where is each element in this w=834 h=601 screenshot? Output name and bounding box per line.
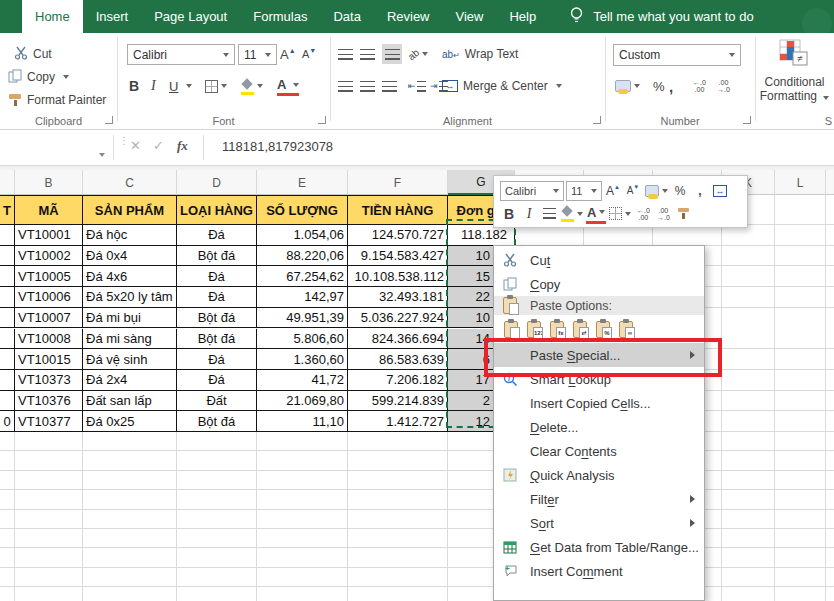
cell-type[interactable]: Đá bbox=[177, 225, 257, 246]
formula-bar-resizer[interactable]: ⋮ bbox=[119, 138, 122, 158]
cell-qty[interactable]: 41,72 bbox=[257, 370, 348, 391]
cell-product[interactable]: Đá mi bụi bbox=[83, 308, 177, 329]
tab-formulas[interactable]: Formulas bbox=[240, 0, 320, 33]
cell-type[interactable]: Bột đá bbox=[177, 308, 257, 329]
cell-ma[interactable]: VT10376 bbox=[15, 391, 83, 412]
cell-type[interactable]: Đá bbox=[177, 370, 257, 391]
cell-a[interactable] bbox=[0, 329, 15, 350]
alignment-dialog-launcher[interactable] bbox=[593, 116, 601, 124]
merge-center-button[interactable]: ↔ Merge & Center bbox=[442, 76, 562, 96]
cell-a[interactable] bbox=[0, 308, 15, 329]
menu-item-cut[interactable]: Cut bbox=[494, 248, 704, 272]
cell-product[interactable]: Đá 0x25 bbox=[83, 411, 177, 432]
mini-font-color-icon[interactable]: A bbox=[586, 204, 606, 224]
menu-item-get-data-from-table-range[interactable]: Get Data from Table/Range... bbox=[494, 535, 704, 559]
tab-view[interactable]: View bbox=[443, 0, 497, 33]
cell-ma[interactable]: VT10002 bbox=[15, 246, 83, 267]
mini-borders-icon[interactable] bbox=[608, 204, 632, 224]
cut-button[interactable]: Cut bbox=[14, 44, 52, 64]
cell-ma[interactable]: VT10373 bbox=[15, 370, 83, 391]
column-header-E[interactable]: E bbox=[257, 170, 348, 195]
cell-ma[interactable]: VT10008 bbox=[15, 329, 83, 350]
paste-option-transpose-icon[interactable]: ⇄ bbox=[573, 321, 587, 338]
cell-amount[interactable]: 5.036.227.924 bbox=[348, 308, 448, 329]
menu-item-insert-copied-cells[interactable]: Insert Copied Cells... bbox=[494, 391, 704, 415]
align-right-icon[interactable] bbox=[382, 76, 397, 96]
comma-style-button[interactable]: , bbox=[669, 76, 673, 96]
cell-qty[interactable]: 67.254,62 bbox=[257, 266, 348, 287]
header-cell[interactable]: LOẠI HÀNG bbox=[177, 195, 257, 225]
align-left-icon[interactable] bbox=[338, 76, 353, 96]
cell-ma[interactable]: VT10007 bbox=[15, 308, 83, 329]
cell-a[interactable] bbox=[0, 391, 15, 412]
cell-amount[interactable]: 32.493.181 bbox=[348, 287, 448, 308]
insert-function-icon[interactable]: fx bbox=[177, 138, 188, 154]
clipboard-dialog-launcher[interactable] bbox=[105, 116, 113, 124]
paste-option-values-icon[interactable]: 123 bbox=[527, 321, 541, 338]
font-dialog-launcher[interactable] bbox=[318, 116, 326, 124]
column-header-B[interactable]: B bbox=[15, 170, 83, 195]
cancel-icon[interactable]: ✕ bbox=[130, 138, 141, 153]
cell-amount[interactable]: 7.206.182 bbox=[348, 370, 448, 391]
column-header-hidden[interactable] bbox=[0, 170, 15, 195]
tell-me-box[interactable]: Tell me what you want to do bbox=[569, 0, 753, 33]
menu-item-copy[interactable]: Copy bbox=[494, 272, 704, 296]
cell-a[interactable] bbox=[0, 266, 15, 287]
menu-item-delete[interactable]: Delete... bbox=[494, 415, 704, 439]
mini-increase-font-icon[interactable]: A▲ bbox=[604, 181, 622, 201]
mini-decrease-decimal-icon[interactable]: .00→.0 bbox=[654, 204, 672, 224]
paste-option-link-icon[interactable]: ∞ bbox=[619, 321, 633, 338]
mini-bold-button[interactable]: B bbox=[500, 204, 518, 224]
paste-option-paste-icon[interactable] bbox=[504, 321, 518, 338]
cell-type[interactable]: Đá bbox=[177, 349, 257, 370]
mini-format-painter-icon[interactable] bbox=[674, 204, 692, 224]
cell-amount[interactable]: 10.108.538.112 bbox=[348, 266, 448, 287]
tab-data[interactable]: Data bbox=[320, 0, 373, 33]
cell-amount[interactable]: 124.570.727 bbox=[348, 225, 448, 246]
tab-insert[interactable]: Insert bbox=[83, 0, 142, 33]
paste-option-formulas-icon[interactable]: fx bbox=[550, 321, 564, 338]
cell-ma[interactable]: VT10015 bbox=[15, 349, 83, 370]
cell-type[interactable]: Đá bbox=[177, 287, 257, 308]
cell-type[interactable]: Bột đá bbox=[177, 246, 257, 267]
enter-icon[interactable]: ✓ bbox=[153, 138, 164, 153]
cell-a[interactable] bbox=[0, 370, 15, 391]
cell-amount[interactable]: 599.214.839 bbox=[348, 391, 448, 412]
underline-button[interactable]: U bbox=[169, 76, 178, 96]
number-format-combo[interactable]: Custom bbox=[613, 44, 741, 66]
cell-product[interactable]: Đá 4x6 bbox=[83, 266, 177, 287]
mini-percent-icon[interactable]: % bbox=[671, 181, 689, 201]
align-middle-icon[interactable] bbox=[360, 44, 375, 64]
cell-amount[interactable]: 86.583.639 bbox=[348, 349, 448, 370]
italic-button[interactable]: I bbox=[151, 76, 156, 96]
cell-qty[interactable]: 1.054,06 bbox=[257, 225, 348, 246]
bold-button[interactable]: B bbox=[129, 76, 139, 96]
conditional-formatting-button[interactable]: Conditional Formatting bbox=[755, 75, 834, 103]
font-color-button[interactable]: A bbox=[277, 76, 299, 96]
underline-dropdown[interactable] bbox=[183, 76, 192, 96]
wrap-text-button[interactable]: ab↵ Wrap Text bbox=[442, 44, 518, 64]
cell-ma[interactable]: VT10005 bbox=[15, 266, 83, 287]
name-box-dropdown-icon[interactable] bbox=[96, 145, 105, 160]
mini-accounting-icon[interactable] bbox=[644, 181, 669, 201]
cell-amount[interactable]: 1.412.727 bbox=[348, 411, 448, 432]
cell-type[interactable]: Đất bbox=[177, 391, 257, 412]
cell-amount[interactable]: 824.366.694 bbox=[348, 329, 448, 350]
mini-decrease-font-icon[interactable]: A▼ bbox=[624, 181, 642, 201]
header-cell[interactable]: MÃ bbox=[15, 195, 83, 225]
decrease-decimal-button[interactable]: .00→.0 bbox=[717, 76, 730, 96]
column-header-L[interactable]: L bbox=[775, 170, 826, 195]
tab-home[interactable]: Home bbox=[22, 0, 83, 33]
mini-fill-color-icon[interactable] bbox=[560, 204, 584, 224]
align-top-icon[interactable] bbox=[338, 44, 353, 64]
align-center-icon[interactable] bbox=[360, 76, 375, 96]
cell-a[interactable] bbox=[0, 225, 15, 246]
tab-review[interactable]: Review bbox=[374, 0, 443, 33]
mini-italic-button[interactable]: I bbox=[520, 204, 538, 224]
cell-qty[interactable]: 88.220,06 bbox=[257, 246, 348, 267]
mini-comma-icon[interactable]: , bbox=[691, 181, 709, 201]
cell-product[interactable]: Đá 2x4 bbox=[83, 370, 177, 391]
worksheet[interactable]: BCDEFGKL TMÃSẢN PHẨMLOẠI HÀNGSỐ LƯỢNGTIỀ… bbox=[0, 170, 834, 601]
fill-color-button[interactable] bbox=[241, 76, 263, 96]
column-header-D[interactable]: D bbox=[177, 170, 257, 195]
